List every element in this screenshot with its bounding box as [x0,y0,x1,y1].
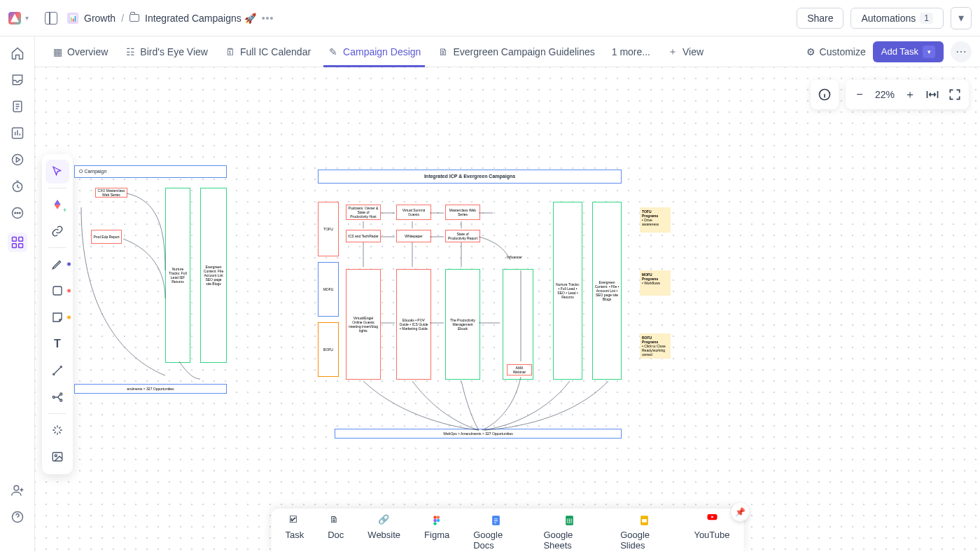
diagram-node[interactable]: Masterclass Web Series [445,205,480,220]
diagram-node[interactable]: Nurture Tracks: Full Lead IEF Returns [165,188,190,363]
diagram-node[interactable] [503,269,533,380]
image-tool[interactable] [46,445,69,469]
sticky-note[interactable]: TOFU Programs• Drive awareness [640,207,671,233]
home-icon[interactable] [10,46,24,60]
connector-tool[interactable] [46,359,69,382]
fullscreen-button[interactable] [948,88,962,102]
share-button[interactable]: Share [797,8,844,29]
zoom-out-button[interactable]: − [853,88,867,102]
shape-tool[interactable] [46,279,69,303]
whiteboard-icon: ✎ [328,46,339,57]
diagram-node[interactable]: State of Productivity Report [445,230,480,242]
fit-width-button[interactable] [925,88,939,102]
clickup-logo-icon [8,12,21,25]
diagram-node[interactable]: Podcasts: Owner & State of Productivity … [346,205,381,220]
diagram-node[interactable]: Virtual Summit Guests [396,205,431,220]
whiteboard-toolbar: + T [42,154,73,474]
diagram-node[interactable]: Ebooks • POV Guide • ICS Guide • Marketi… [396,269,431,380]
diagram-label-mofu[interactable]: MOFU [318,262,339,317]
figma-icon [430,514,443,527]
diagram-footer[interactable]: endments > 327 Opportunities [74,384,227,394]
whiteboards-icon[interactable] [8,233,27,252]
tab-calendar[interactable]: 🗓 Full IC Calendar [218,36,318,67]
chevron-down-icon: ▾ [25,14,29,22]
diagram-node[interactable]: Prod Edp Report [91,230,122,244]
help-icon[interactable] [10,510,24,524]
view-options-button[interactable]: ⋯ [951,41,972,62]
breadcrumb-separator: / [121,13,124,24]
svg-rect-14 [53,287,62,295]
diagram-node[interactable]: Evergreen Content: • File • Account List… [592,202,622,380]
diagram-node[interactable]: Whitepaper [396,230,431,242]
docs-icon[interactable] [10,99,24,113]
invite-icon[interactable] [10,483,24,497]
mindmap-tool[interactable] [46,385,69,409]
zoom-in-button[interactable]: ＋ [903,88,917,102]
insert-doc[interactable]: 🗎Doc [328,514,344,551]
diagram-text[interactable]: Influencer [507,255,522,259]
diagram-node[interactable]: Evergreen Content: File Account List SEO… [200,188,227,363]
svg-point-17 [60,399,62,401]
insert-youtube[interactable]: YouTube [694,514,729,551]
tab-campaign-design[interactable]: ✎ Campaign Design [321,36,428,67]
youtube-icon [706,514,718,527]
tab-birds-eye[interactable]: ☷ Bird's Eye View [118,36,215,67]
clickup-item-tool[interactable]: + [46,193,69,216]
dashboards-icon[interactable] [10,126,24,140]
svg-point-21 [433,516,437,519]
diagram-title[interactable]: Integrated ICP & Evergreen Campaigns [318,170,622,184]
diagram-footer[interactable]: WebOps > Amendments > 327 Opportunities [335,429,622,439]
toggle-sidebar-icon[interactable] [45,12,57,25]
gsheets-icon [564,514,576,527]
diagram-label-tofu[interactable]: TOFU [318,202,339,256]
automations-button[interactable]: Automations 1 [850,8,944,29]
diagram-node[interactable]: AMA Webinar [507,364,532,375]
more-apps-icon[interactable] [10,206,24,220]
svg-rect-27 [494,518,498,519]
tab-overview[interactable]: ▦ Overview [45,36,115,67]
chevron-down-icon[interactable]: ▾ [923,46,935,58]
diagram-title[interactable]: O Campaign [74,165,227,178]
diagram-node[interactable]: The Productivity Management Ebook [445,269,480,380]
tab-evergreen[interactable]: 🗎 Evergreen Campaign Guidelines [430,36,601,67]
insert-google-docs[interactable]: Google Docs [473,514,519,551]
gslides-icon [639,514,652,527]
breadcrumb-space[interactable]: Growth [84,13,115,24]
workspace-switcher[interactable]: ▾ [8,12,35,25]
inbox-icon[interactable] [10,73,24,87]
sticky-tool[interactable] [46,305,69,329]
insert-google-sheets[interactable]: Google Sheets [543,514,596,551]
diagram-node[interactable]: Nurture Tracks: • Full Lead • SEO • Lead… [553,202,582,380]
svg-rect-11 [18,244,22,248]
diagram-node[interactable]: ICS and TechRadar [346,230,381,242]
svg-rect-10 [12,244,16,248]
pen-tool[interactable] [46,252,69,276]
link-tool[interactable] [46,219,69,243]
insert-website[interactable]: 🔗Website [368,514,400,551]
timesheets-icon[interactable] [10,179,24,193]
diagram-node[interactable]: CXO Masterclass Web Series [95,188,127,198]
pin-icon[interactable]: 📌 [732,503,750,521]
diagram-node[interactable]: Virtual/Engel Online Guests meeting inse… [346,269,381,380]
whiteboard-canvas[interactable]: + T − 22% ＋ O Campaign CXO Masterclass W… [35,67,980,552]
automations-dropdown[interactable]: ▾ [951,7,972,29]
diagram-label-bofu[interactable]: BOFU [318,322,339,377]
add-task-button[interactable]: Add Task ▾ [873,41,944,62]
more-icon[interactable]: ••• [262,13,274,24]
sticky-note[interactable]: MOFU Programs• Workflows [640,270,671,296]
breadcrumb-folder[interactable]: Integrated Campaigns 🚀 [145,13,256,24]
tab-more[interactable]: 1 more... [605,36,657,67]
insert-task[interactable]: 🗹Task [286,514,304,551]
insert-figma[interactable]: Figma [424,514,449,551]
clips-icon[interactable] [10,153,24,167]
add-view-button[interactable]: ＋ View [660,36,710,67]
svg-rect-8 [12,237,16,242]
ai-tool[interactable] [46,418,69,442]
sticky-note[interactable]: BOFU Programs• Click to Close Ready/work… [640,333,671,359]
select-tool[interactable] [46,160,69,184]
text-tool[interactable]: T [46,332,69,356]
insert-google-slides[interactable]: Google Slides [620,514,670,551]
customize-button[interactable]: ⚙ Customize [806,46,866,57]
calendar-icon: 🗓 [225,46,236,57]
info-icon[interactable] [818,88,832,102]
